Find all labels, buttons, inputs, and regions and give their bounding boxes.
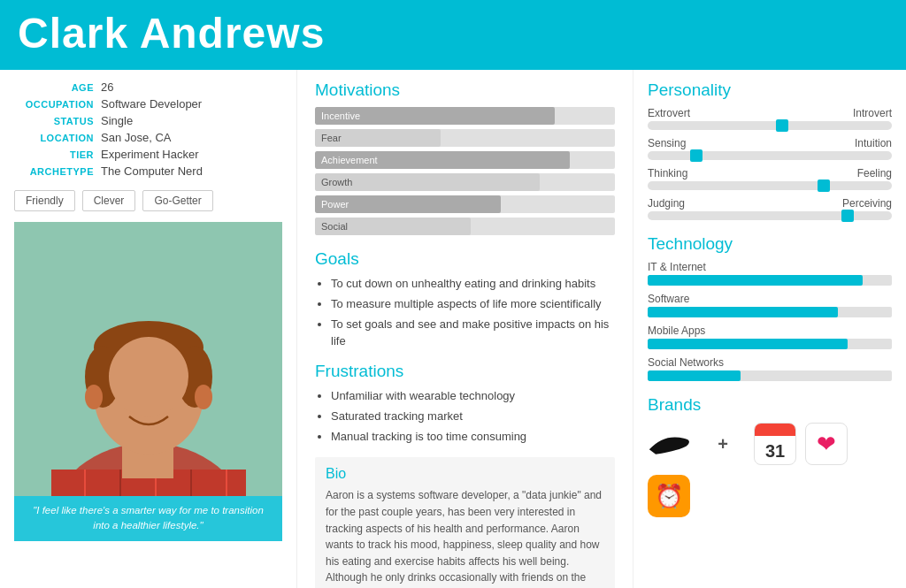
archetype-value: The Computer Nerd [101, 164, 203, 178]
tier-label: TIER [14, 149, 94, 160]
occupation-row: OCCUPATION Software Developer [14, 97, 282, 111]
personality-marker [841, 210, 854, 222]
archetype-label: ARCHETYPE [14, 166, 94, 177]
personality-trait-row: Extrovert Introvert [648, 107, 892, 130]
tech-item: Software [648, 293, 892, 317]
personality-section: Personality Extrovert Introvert Sensing … [648, 80, 892, 220]
tech-label: Software [648, 293, 892, 305]
avatar-image [14, 222, 282, 496]
status-value: Single [101, 114, 133, 127]
personality-left-label: Sensing [648, 137, 686, 149]
tech-label: Mobile Apps [648, 325, 892, 337]
frustrations-section: Frustrations Unfamiliar with wearable te… [315, 362, 615, 446]
tier-value: Experiment Hacker [101, 148, 199, 161]
motivation-item: Social [315, 218, 615, 235]
tech-item: Mobile Apps [648, 325, 892, 349]
status-row: STATUS Single [14, 114, 282, 127]
occupation-label: OCCUPATION [14, 99, 94, 110]
personality-trait-row: Judging Perceiving [648, 197, 892, 220]
goal-item: To set goals and see and make positive i… [331, 317, 615, 348]
tier-row: TIER Experiment Hacker [14, 148, 282, 161]
tech-bar-fill [648, 275, 863, 286]
tech-bar-bg [648, 307, 892, 317]
goal-item: To measure multiple aspects of life more… [331, 296, 615, 312]
main-layout: AGE 26 OCCUPATION Software Developer STA… [0, 70, 906, 588]
location-value: San Jose, CA [101, 131, 172, 144]
avatar-quote: "I feel like there's a smarter way for m… [14, 496, 282, 541]
occupation-value: Software Developer [101, 97, 202, 111]
traits-container: Friendly Clever Go-Getter [14, 190, 282, 211]
tech-bars: IT & Internet Software Mobile Apps Socia… [648, 261, 892, 381]
avatar-container: "I feel like there's a smarter way for m… [14, 222, 282, 588]
personality-left-label: Extrovert [648, 107, 690, 119]
personality-track [648, 211, 892, 220]
personality-right-label: Feeling [857, 167, 892, 179]
bio-title: Bio [326, 466, 604, 482]
plus-icon-brand: + [701, 422, 745, 466]
avatar-svg [14, 222, 282, 496]
age-row: AGE 26 [14, 80, 282, 94]
brands-title: Brands [648, 395, 892, 415]
svg-point-17 [85, 385, 103, 409]
svg-point-15 [126, 386, 134, 395]
personality-trait-row: Sensing Intuition [648, 137, 892, 160]
svg-point-18 [195, 385, 212, 409]
trait-go-getter: Go-Getter [142, 190, 212, 211]
nike-brand [648, 422, 692, 466]
personality-title: Personality [648, 80, 892, 100]
motivation-item: Achievement [315, 151, 615, 169]
frustrations-list: Unfamiliar with wearable technologySatur… [315, 388, 615, 446]
personality-left-label: Judging [648, 197, 685, 210]
trait-clever: Clever [82, 190, 136, 211]
personality-track [648, 121, 892, 130]
calendar-body: 31 [755, 436, 795, 465]
frustration-item: Manual tracking is too time consuming [331, 429, 615, 445]
frustration-item: Saturated tracking market [331, 409, 615, 424]
motivation-item: Incentive [315, 107, 615, 125]
frustration-item: Unfamiliar with wearable technology [331, 388, 615, 404]
tech-bar-bg [648, 339, 892, 349]
right-column: Personality Extrovert Introvert Sensing … [633, 70, 906, 588]
frustrations-title: Frustrations [315, 362, 615, 381]
personality-right-label: Intuition [855, 137, 892, 149]
motivation-item: Fear [315, 129, 615, 147]
motivation-item: Growth [315, 173, 615, 191]
motivation-item: Power [315, 195, 615, 213]
personality-rows: Extrovert Introvert Sensing Intuition Th… [648, 107, 892, 220]
tech-bar-fill [648, 339, 848, 349]
tech-item: IT & Internet [648, 261, 892, 286]
tech-bar-fill [648, 370, 741, 381]
middle-column: Motivations Incentive Fear Achievement [296, 70, 633, 588]
age-label: AGE [14, 82, 94, 93]
svg-point-19 [142, 401, 156, 411]
motivations-section: Motivations Incentive Fear Achievement [315, 80, 615, 235]
location-label: LOCATION [14, 133, 94, 143]
location-row: LOCATION San Jose, CA [14, 131, 282, 144]
personality-left-label: Thinking [648, 167, 687, 179]
left-column: AGE 26 OCCUPATION Software Developer STA… [0, 70, 296, 588]
personality-track [648, 151, 892, 160]
info-table: AGE 26 OCCUPATION Software Developer STA… [14, 80, 282, 181]
motivations-list: Incentive Fear Achievement Growth [315, 107, 615, 235]
status-label: STATUS [14, 116, 94, 126]
personality-marker [818, 179, 830, 192]
quote-text: "I feel like there's a smarter way for m… [33, 505, 264, 531]
goals-title: Goals [315, 249, 615, 269]
tech-bar-bg [648, 275, 892, 286]
motivations-title: Motivations [315, 80, 615, 100]
heart-app-brand: ❤ [805, 423, 848, 465]
age-value: 26 [101, 80, 113, 94]
trait-friendly: Friendly [14, 190, 75, 211]
tech-label: Social Networks [648, 356, 892, 369]
svg-point-16 [165, 386, 174, 395]
svg-point-13 [122, 384, 136, 396]
personality-trait-row: Thinking Feeling [648, 167, 892, 190]
calendar-header [755, 424, 795, 436]
tech-item: Social Networks [648, 356, 892, 381]
personality-marker [776, 119, 788, 132]
bio-text: Aaron is a systems software developer, a… [326, 487, 604, 588]
personality-right-label: Introvert [853, 107, 892, 119]
goals-list: To cut down on unhealthy eating and drin… [315, 276, 615, 349]
technology-section: Technology IT & Internet Software Mobile… [648, 234, 892, 381]
svg-point-14 [162, 384, 176, 396]
